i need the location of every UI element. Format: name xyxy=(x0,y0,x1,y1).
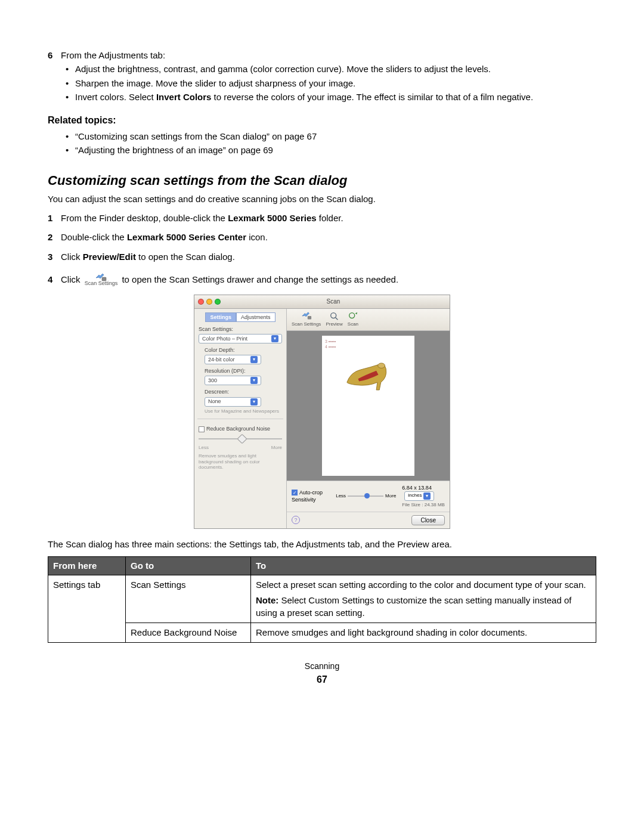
chevron-down-icon: ▾ xyxy=(423,493,431,500)
toolbar: Scan Settings Preview Scan xyxy=(287,309,450,331)
chevron-down-icon: ▾ xyxy=(250,398,258,405)
chevron-down-icon: ▾ xyxy=(250,356,258,363)
close-button[interactable]: Close xyxy=(411,515,445,525)
segment-tabs[interactable]: SettingsAdjustments xyxy=(199,312,282,322)
section-heading: Customizing scan settings from the Scan … xyxy=(48,172,596,190)
color-depth-dropdown[interactable]: 24-bit color▾ xyxy=(205,355,261,364)
close-icon xyxy=(198,299,204,305)
svg-rect-1 xyxy=(307,316,311,319)
svg-line-3 xyxy=(335,318,338,320)
toolbar-scan[interactable]: Scan xyxy=(348,311,358,328)
bullet: • Invert colors. Select Invert Colors to… xyxy=(66,91,596,103)
cell-reduce-noise: Reduce Background Noise xyxy=(126,623,251,642)
step-6: 6 From the Adjustments tab: xyxy=(48,49,596,61)
related-link: •“Customizing scan settings from the Sca… xyxy=(66,131,596,143)
col-from-here: From here xyxy=(48,556,126,575)
traffic-lights[interactable] xyxy=(198,299,221,305)
minimize-icon xyxy=(206,299,212,305)
tab-adjustments[interactable]: Adjustments xyxy=(236,312,275,322)
svg-point-4 xyxy=(349,312,355,318)
step-text: From the Adjustments tab: xyxy=(61,49,596,61)
reduce-noise-checkbox[interactable]: Reduce Background Noise xyxy=(199,425,282,432)
step-3: 3 Click Preview/Edit to open the Scan di… xyxy=(48,251,596,263)
bullet: •Sharpen the image. Move the slider to a… xyxy=(66,78,596,89)
settings-panel: SettingsAdjustments Scan Settings: Color… xyxy=(194,309,287,528)
cell-scan-settings-desc: Select a preset scan setting according t… xyxy=(251,575,596,623)
related-link: •“Adjusting the brightness of an image” … xyxy=(66,144,596,156)
scan-settings-icon: Scan Settings xyxy=(85,274,118,286)
noise-slider[interactable] xyxy=(199,434,282,444)
shoe-image xyxy=(343,352,394,397)
zoom-icon xyxy=(215,299,221,305)
scan-dialog-screenshot: Scan SettingsAdjustments Scan Settings: … xyxy=(194,295,450,528)
cell-reduce-noise-desc: Remove smudges and light background shad… xyxy=(251,623,596,642)
page-footer: Scanning 67 xyxy=(48,661,596,686)
tab-settings[interactable]: Settings xyxy=(205,312,236,322)
autocrop-slider[interactable]: LessMore xyxy=(336,493,396,500)
svg-point-5 xyxy=(378,363,385,368)
chevron-down-icon: ▾ xyxy=(271,335,278,342)
window-title: Scan xyxy=(221,298,446,306)
step-4: 4 Click Scan Settings to open the Scan S… xyxy=(48,274,596,287)
cell-scan-settings: Scan Settings xyxy=(126,575,251,623)
step-1: 1 From the Finder desktop, double-click … xyxy=(48,212,596,224)
toolbar-preview[interactable]: Preview xyxy=(326,311,342,328)
related-topics-heading: Related topics: xyxy=(48,114,596,127)
after-screenshot-text: The Scan dialog has three main sections:… xyxy=(48,538,596,550)
help-icon[interactable]: ? xyxy=(292,516,300,524)
descreen-dropdown[interactable]: None▾ xyxy=(205,397,261,407)
col-to: To xyxy=(251,556,596,575)
footer-section: Scanning xyxy=(48,661,596,672)
bottom-row-1: ✓Auto-crop Sensitivity LessMore 6.84 x 1… xyxy=(287,481,450,512)
cell-settings-tab: Settings tab xyxy=(48,575,126,643)
preview-area[interactable]: 3 ▪▪▪▪▪4 ▪▪▪▪▪ xyxy=(287,331,450,481)
preset-dropdown[interactable]: Color Photo – Print▾ xyxy=(199,334,282,343)
units-dropdown[interactable]: inches▾ xyxy=(404,491,434,501)
preview-canvas: 3 ▪▪▪▪▪4 ▪▪▪▪▪ xyxy=(322,336,414,476)
intro-paragraph: You can adjust the scan settings and do … xyxy=(48,193,596,205)
titlebar: Scan xyxy=(194,295,450,309)
bottom-row-2: ? Close xyxy=(287,512,450,528)
sections-table: From here Go to To Settings tab Scan Set… xyxy=(48,556,596,643)
chevron-down-icon: ▾ xyxy=(250,377,258,384)
toolbar-scan-settings[interactable]: Scan Settings xyxy=(292,311,321,328)
step-number: 6 xyxy=(48,49,61,61)
resolution-dropdown[interactable]: 300▾ xyxy=(205,376,261,385)
step-2: 2 Double-click the Lexmark 5000 Series C… xyxy=(48,231,596,243)
svg-point-2 xyxy=(330,312,336,318)
col-go-to: Go to xyxy=(126,556,251,575)
bullet: •Adjust the brightness, contrast, and ga… xyxy=(66,63,596,75)
page-number: 67 xyxy=(48,673,596,686)
